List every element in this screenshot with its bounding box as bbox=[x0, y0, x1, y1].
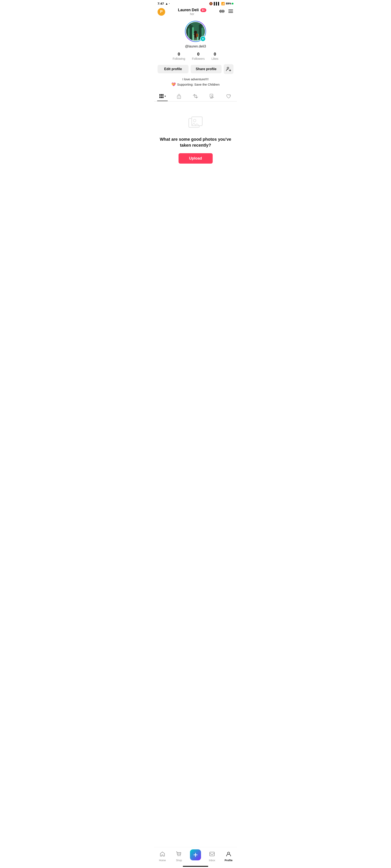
support-emoji: 💝 bbox=[171, 82, 176, 87]
tab-repost[interactable] bbox=[187, 94, 204, 101]
svg-point-48 bbox=[228, 852, 230, 854]
avatar-p[interactable]: P bbox=[157, 8, 165, 16]
signal-icon: ▌▌▌ bbox=[214, 2, 220, 5]
mute-icon: 🔕 bbox=[209, 2, 213, 5]
profile-section: + @lauren.deli3 0 Following 0 Followers … bbox=[154, 18, 237, 88]
svg-rect-2 bbox=[221, 10, 222, 12]
bio-text: I love adventure!!!! bbox=[159, 78, 232, 81]
empty-state-title: What are some good photos you've taken r… bbox=[157, 136, 234, 148]
wifi-icon: 📶 bbox=[221, 2, 225, 5]
shop-label: Shop bbox=[176, 859, 182, 862]
inbox-svg bbox=[209, 851, 215, 857]
nav-profile[interactable]: Profile bbox=[222, 851, 235, 862]
svg-rect-11 bbox=[189, 25, 192, 41]
username-text: Lauren Deli bbox=[178, 8, 199, 12]
tab-liked[interactable] bbox=[220, 94, 237, 101]
followers-label: Followers bbox=[192, 57, 205, 60]
svg-point-26 bbox=[227, 67, 229, 69]
spacer bbox=[154, 172, 237, 189]
edit-profile-button[interactable]: Edit profile bbox=[157, 65, 188, 73]
status-time: 7:47 ▲ · bbox=[157, 2, 170, 5]
svg-rect-34 bbox=[162, 96, 163, 98]
svg-rect-3 bbox=[223, 9, 223, 13]
battery-percent: 89% bbox=[226, 2, 231, 5]
inbox-icon bbox=[209, 851, 215, 858]
avatar-letter: P bbox=[160, 9, 162, 14]
home-indicator bbox=[183, 866, 208, 867]
bio-section: I love adventure!!!! 💝 Supporting: Save … bbox=[157, 78, 234, 87]
nav-title-area: Lauren Deli 9+ her bbox=[178, 8, 206, 16]
following-label: Following bbox=[173, 57, 185, 60]
tab-grid[interactable]: ▾ bbox=[154, 94, 171, 101]
home-icon bbox=[160, 851, 165, 858]
home-label: Home bbox=[159, 859, 166, 862]
empty-state: What are some good photos you've taken r… bbox=[154, 101, 237, 172]
stat-likes[interactable]: 0 Likes bbox=[211, 52, 218, 60]
share-profile-button[interactable]: Share profile bbox=[191, 65, 221, 73]
nav-inbox[interactable]: Inbox bbox=[206, 851, 218, 862]
tab-tagged[interactable] bbox=[204, 94, 220, 101]
avatar-wrapper: + bbox=[185, 21, 206, 42]
svg-rect-29 bbox=[159, 94, 160, 96]
notification-dot: ▲ · bbox=[165, 2, 170, 5]
svg-rect-21 bbox=[193, 34, 195, 35]
soundwave-icon[interactable] bbox=[219, 8, 224, 15]
time-display: 7:47 bbox=[157, 2, 164, 5]
svg-point-36 bbox=[179, 97, 179, 98]
profile-label: Profile bbox=[224, 859, 232, 862]
svg-rect-32 bbox=[159, 96, 160, 98]
home-svg bbox=[160, 851, 165, 857]
followers-count: 0 bbox=[197, 52, 200, 57]
following-count: 0 bbox=[178, 52, 180, 57]
svg-rect-47 bbox=[210, 852, 214, 856]
menu-icon[interactable] bbox=[228, 8, 234, 15]
grid-icon bbox=[159, 94, 164, 98]
svg-rect-7 bbox=[229, 12, 233, 13]
add-friend-icon bbox=[226, 66, 231, 72]
tab-private[interactable] bbox=[171, 93, 187, 101]
likes-count: 0 bbox=[214, 52, 216, 57]
repost-icon bbox=[193, 94, 198, 98]
shop-icon bbox=[176, 851, 182, 858]
notification-badge[interactable]: 9+ bbox=[200, 8, 206, 12]
plus-icon bbox=[192, 852, 199, 858]
bottom-nav: Home Shop Inbox bbox=[154, 847, 237, 868]
battery-display: 89% bbox=[226, 2, 234, 5]
tab-grid-arrow: ▾ bbox=[164, 95, 166, 98]
stat-followers[interactable]: 0 Followers bbox=[192, 52, 205, 60]
add-photo-button[interactable]: + bbox=[200, 36, 206, 41]
svg-rect-24 bbox=[196, 38, 197, 40]
nav-shop[interactable]: Shop bbox=[173, 851, 185, 862]
upload-button[interactable]: Upload bbox=[179, 153, 213, 164]
tab-grid-icon: ▾ bbox=[159, 94, 166, 98]
status-icons: 🔕 ▌▌▌ 📶 89% bbox=[209, 2, 234, 5]
add-friend-button[interactable] bbox=[224, 64, 234, 74]
nav-icons bbox=[219, 8, 234, 15]
svg-rect-0 bbox=[219, 10, 220, 12]
content-tabs: ▾ bbox=[154, 91, 237, 101]
nav-home[interactable]: Home bbox=[156, 851, 169, 862]
svg-rect-23 bbox=[194, 38, 195, 40]
support-text: 💝 Supporting: Save the Children bbox=[159, 82, 232, 87]
nav-username: Lauren Deli 9+ bbox=[178, 8, 206, 12]
support-label: Supporting: Save the Children bbox=[177, 83, 219, 86]
profile-handle: @lauren.deli3 bbox=[185, 44, 206, 48]
action-buttons: Edit profile Share profile bbox=[157, 64, 234, 74]
nav-create[interactable] bbox=[189, 849, 202, 864]
profile-icon bbox=[226, 851, 231, 858]
svg-point-44 bbox=[180, 856, 180, 856]
likes-label: Likes bbox=[211, 57, 218, 60]
top-nav: P Lauren Deli 9+ her bbox=[154, 6, 237, 18]
stat-following[interactable]: 0 Following bbox=[173, 52, 185, 60]
status-bar: 7:47 ▲ · 🔕 ▌▌▌ 📶 89% bbox=[154, 0, 237, 6]
svg-rect-5 bbox=[229, 9, 233, 10]
shop-svg bbox=[176, 851, 182, 857]
svg-point-19 bbox=[194, 31, 197, 34]
create-plus-button[interactable] bbox=[190, 849, 201, 860]
svg-point-43 bbox=[178, 856, 179, 856]
svg-rect-30 bbox=[161, 94, 162, 96]
svg-rect-31 bbox=[162, 94, 163, 96]
svg-rect-6 bbox=[229, 11, 233, 11]
profile-svg bbox=[226, 851, 231, 857]
pronoun-text: her bbox=[190, 12, 194, 16]
